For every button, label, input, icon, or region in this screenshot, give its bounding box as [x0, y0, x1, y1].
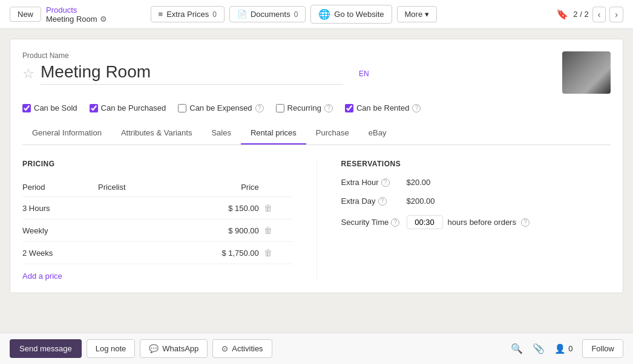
recurring-label: Recurring	[287, 103, 321, 112]
breadcrumb: Products Meeting Room ⚙	[46, 5, 107, 24]
add-price-link[interactable]: Add a price	[22, 271, 62, 281]
new-button[interactable]: New	[10, 7, 41, 22]
pricelist-cell	[98, 197, 166, 219]
form-card: Product Name ☆ Meeting Room EN Can be So…	[10, 39, 623, 293]
security-time-input[interactable]	[407, 215, 443, 229]
price-cell: $ 1,750.00	[166, 242, 259, 264]
tabs: General Information Attributes & Variant…	[22, 122, 611, 145]
tab-rental-prices[interactable]: Rental prices	[241, 122, 306, 145]
favorite-star-icon[interactable]: ☆	[22, 66, 34, 82]
reservations-title: RESERVATIONS	[341, 160, 611, 168]
product-title[interactable]: Meeting Room	[41, 62, 343, 85]
go-to-website-button[interactable]: 🌐 Go to Website	[310, 5, 392, 24]
tab-sales[interactable]: Sales	[202, 122, 241, 145]
recurring-input[interactable]	[276, 104, 284, 112]
can-be-expensed-input[interactable]	[178, 104, 186, 112]
extra-hour-row: Extra Hour ? $20.00	[341, 178, 611, 187]
topbar-actions: ≡ Extra Prices 0 📄 Documents 0 🌐 Go to W…	[151, 5, 438, 24]
product-title-row: ☆ Meeting Room EN	[22, 62, 562, 85]
nav-next-button[interactable]: ›	[609, 7, 623, 22]
hours-before-help-icon[interactable]: ?	[521, 218, 530, 227]
extra-hour-label: Extra Hour ?	[341, 178, 402, 187]
extra-day-row: Extra Day ? $200.00	[341, 197, 611, 206]
documents-label: Documents	[251, 10, 290, 19]
content-columns: PRICING Period Pricelist Price 3 Hours	[22, 160, 611, 281]
pricelist-cell	[98, 219, 166, 242]
table-row: 2 Weeks $ 1,750.00 🗑	[22, 242, 292, 264]
product-name-label: Product Name	[22, 51, 562, 60]
security-time-help-icon[interactable]: ?	[391, 218, 399, 227]
can-be-sold-label: Can be Sold	[34, 103, 77, 112]
pricelist-cell	[98, 242, 166, 264]
extra-prices-button[interactable]: ≡ Extra Prices 0	[151, 6, 225, 22]
pricing-section: PRICING Period Pricelist Price 3 Hours	[22, 160, 317, 281]
period-cell: Weekly	[22, 219, 98, 242]
pricing-title: PRICING	[22, 160, 292, 168]
topbar: New Products Meeting Room ⚙ ≡ Extra Pric…	[0, 0, 633, 29]
topbar-left: New Products Meeting Room ⚙	[10, 5, 107, 24]
col-period-header: Period	[22, 178, 98, 197]
can-be-sold-input[interactable]	[22, 104, 31, 112]
table-row: 3 Hours $ 150.00 🗑	[22, 197, 292, 219]
nav-prev-button[interactable]: ‹	[592, 7, 606, 22]
table-row: Weekly $ 900.00 🗑	[22, 219, 292, 242]
language-badge[interactable]: EN	[359, 70, 369, 78]
bookmark-icon[interactable]: 🔖	[556, 8, 568, 20]
reservations-section: RESERVATIONS Extra Hour ? $20.00 Extra D…	[317, 160, 611, 281]
security-time-label: Security Time ?	[341, 218, 402, 227]
can-be-rented-label: Can be Rented	[356, 103, 409, 112]
main-content: Product Name ☆ Meeting Room EN Can be So…	[0, 29, 633, 303]
can-be-expensed-checkbox[interactable]: Can be Expensed ?	[178, 103, 263, 112]
delete-row-icon[interactable]: 🗑	[264, 248, 272, 258]
can-be-rented-checkbox[interactable]: Can be Rented ?	[345, 103, 421, 112]
tab-ebay[interactable]: eBay	[359, 122, 396, 145]
document-icon: 📄	[237, 10, 247, 19]
list-icon: ≡	[159, 10, 163, 19]
security-time-row: Security Time ? hours before orders ?	[341, 215, 611, 229]
checkboxes-row: Can be Sold Can be Purchased Can be Expe…	[22, 103, 611, 112]
extra-hour-help-icon[interactable]: ?	[381, 178, 390, 187]
rented-help-icon[interactable]: ?	[412, 104, 421, 112]
documents-button[interactable]: 📄 Documents 0	[229, 6, 306, 22]
pricing-table: Period Pricelist Price 3 Hours $ 150.00 …	[22, 178, 292, 264]
period-cell: 3 Hours	[22, 197, 98, 219]
more-button[interactable]: More ▾	[397, 6, 438, 22]
can-be-sold-checkbox[interactable]: Can be Sold	[22, 103, 77, 112]
extra-day-value: $200.00	[407, 197, 435, 206]
tab-purchase[interactable]: Purchase	[306, 122, 359, 145]
breadcrumb-current: Meeting Room ⚙	[46, 15, 107, 24]
tab-general[interactable]: General Information	[22, 122, 111, 145]
delete-row-icon[interactable]: 🗑	[264, 203, 272, 213]
go-to-website-label: Go to Website	[334, 10, 384, 19]
extra-day-label: Extra Day ?	[341, 197, 402, 206]
can-be-purchased-checkbox[interactable]: Can be Purchased	[90, 103, 166, 112]
tab-attributes[interactable]: Attributes & Variants	[111, 122, 202, 145]
can-be-expensed-label: Can be Expensed	[189, 103, 252, 112]
extra-hour-value: $20.00	[407, 178, 431, 187]
more-label: More	[405, 10, 423, 19]
price-cell: $ 150.00	[166, 197, 259, 219]
col-price-header: Price	[166, 178, 259, 197]
extra-prices-count: 0	[212, 10, 217, 19]
chevron-down-icon: ▾	[425, 10, 429, 19]
can-be-purchased-input[interactable]	[90, 104, 98, 112]
can-be-purchased-label: Can be Purchased	[101, 103, 166, 112]
recurring-help-icon[interactable]: ?	[324, 104, 333, 112]
documents-count: 0	[294, 10, 298, 19]
globe-icon: 🌐	[318, 8, 330, 20]
expensed-help-icon[interactable]: ?	[255, 104, 264, 112]
can-be-rented-input[interactable]	[345, 104, 353, 112]
delete-row-icon[interactable]: 🗑	[264, 226, 272, 235]
product-image	[562, 51, 611, 94]
recurring-checkbox[interactable]: Recurring ?	[276, 103, 333, 112]
breadcrumb-parent[interactable]: Products	[46, 5, 107, 15]
period-cell: 2 Weeks	[22, 242, 98, 264]
col-pricelist-header: Pricelist	[98, 178, 166, 197]
price-cell: $ 900.00	[166, 219, 259, 242]
product-header: Product Name ☆ Meeting Room EN	[22, 51, 611, 94]
extra-day-help-icon[interactable]: ?	[378, 197, 387, 206]
hours-before-label: hours before orders	[448, 218, 516, 227]
topbar-right: 🔖 2 / 2 ‹ ›	[556, 7, 623, 22]
gear-icon[interactable]: ⚙	[100, 15, 107, 24]
record-count: 2 / 2	[573, 10, 588, 19]
